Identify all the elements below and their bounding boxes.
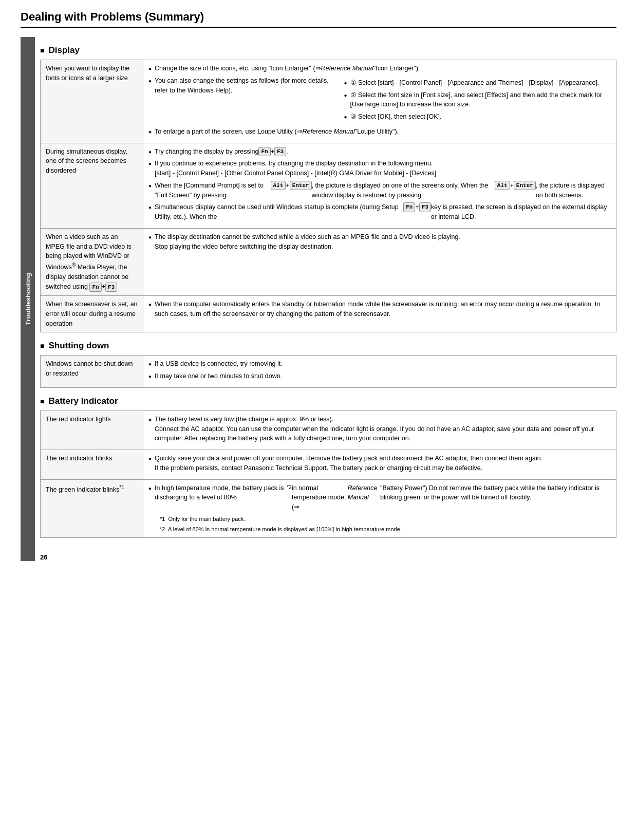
battery-indicator-section-header: Battery Indicator <box>40 396 616 406</box>
shutting-down-table: Windows cannot be shut down or restarted… <box>40 355 616 388</box>
shutting-down-section-header: Shutting down <box>40 341 616 351</box>
solution-cell: Change the size of the icons, etc. using… <box>143 60 616 143</box>
problem-cell: Windows cannot be shut down or restarted <box>41 356 143 388</box>
problem-cell: The red indicator blinks <box>41 450 143 480</box>
footnote-2: *2 A level of 80% in normal temperature … <box>160 525 611 534</box>
problem-cell: When a video such as an MPEG file and a … <box>41 228 143 295</box>
page-title: Dealing with Problems (Summary) <box>21 10 616 28</box>
table-row: Windows cannot be shut down or restarted… <box>41 356 616 388</box>
solution-cell: Try changing the display by pressing Fn+… <box>143 143 616 228</box>
table-row: When a video such as an MPEG file and a … <box>41 228 616 295</box>
page-number: 26 <box>40 553 616 561</box>
problem-cell: When the screensaver is set, an error wi… <box>41 296 143 332</box>
table-row: The red indicator lights The battery lev… <box>41 410 616 450</box>
table-row: When the screensaver is set, an error wi… <box>41 296 616 332</box>
problem-cell: During simultaneous display, one of the … <box>41 143 143 228</box>
solution-cell: When the computer automatically enters t… <box>143 296 616 332</box>
battery-indicator-table: The red indicator lights The battery lev… <box>40 410 616 538</box>
display-table: When you want to display the fonts or ic… <box>40 60 616 332</box>
solution-cell: Quickly save your data and power off you… <box>143 450 616 480</box>
display-section-header: Display <box>40 45 616 55</box>
problem-cell: The green indicator blinks*1 <box>41 479 143 537</box>
table-row: The red indicator blinks Quickly save yo… <box>41 450 616 480</box>
table-row: The green indicator blinks*1 In high tem… <box>41 479 616 537</box>
solution-cell: The display destination cannot be switch… <box>143 228 616 295</box>
problem-cell: The red indicator lights <box>41 410 143 450</box>
table-row: When you want to display the fonts or ic… <box>41 60 616 143</box>
footnote-1: *1 Only for the main battery pack. <box>160 515 611 524</box>
troubleshooting-sidebar-label: Troubleshooting <box>21 37 35 561</box>
problem-cell: When you want to display the fonts or ic… <box>41 60 143 143</box>
solution-cell: If a USB device is connected, try removi… <box>143 356 616 388</box>
solution-cell: In high temperature mode, the battery pa… <box>143 479 616 537</box>
table-row: During simultaneous display, one of the … <box>41 143 616 228</box>
solution-cell: The battery level is very low (the charg… <box>143 410 616 450</box>
